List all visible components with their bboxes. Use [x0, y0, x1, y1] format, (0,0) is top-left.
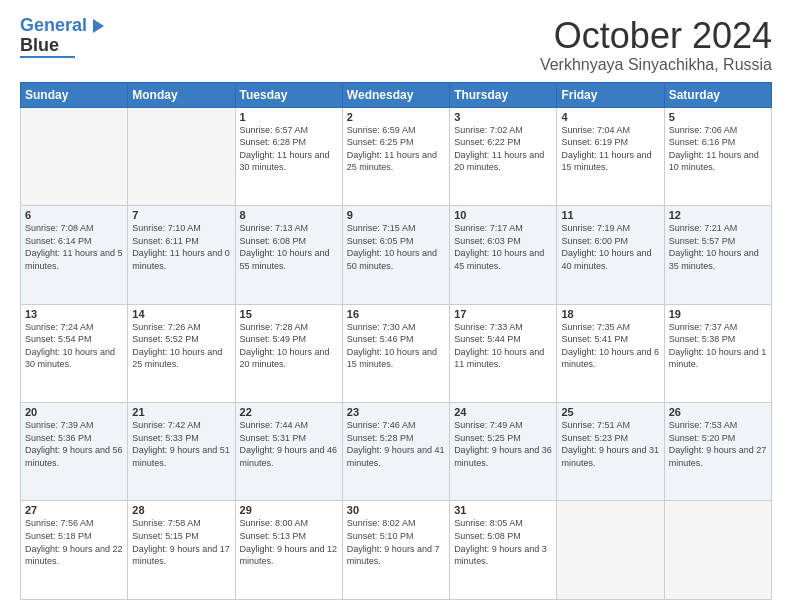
- table-row: 14Sunrise: 7:26 AM Sunset: 5:52 PM Dayli…: [128, 304, 235, 402]
- day-number: 12: [669, 209, 767, 221]
- day-number: 24: [454, 406, 552, 418]
- day-number: 23: [347, 406, 445, 418]
- table-row: 11Sunrise: 7:19 AM Sunset: 6:00 PM Dayli…: [557, 206, 664, 304]
- col-sunday: Sunday: [21, 82, 128, 107]
- location-subtitle: Verkhnyaya Sinyachikha, Russia: [540, 56, 772, 74]
- calendar-week-row: 1Sunrise: 6:57 AM Sunset: 6:28 PM Daylig…: [21, 107, 772, 205]
- table-row: 6Sunrise: 7:08 AM Sunset: 6:14 PM Daylig…: [21, 206, 128, 304]
- calendar-table: Sunday Monday Tuesday Wednesday Thursday…: [20, 82, 772, 600]
- day-number: 16: [347, 308, 445, 320]
- table-row: 26Sunrise: 7:53 AM Sunset: 5:20 PM Dayli…: [664, 403, 771, 501]
- logo-arrow-icon: [93, 19, 104, 33]
- day-info: Sunrise: 7:10 AM Sunset: 6:11 PM Dayligh…: [132, 222, 230, 272]
- day-number: 20: [25, 406, 123, 418]
- table-row: 5Sunrise: 7:06 AM Sunset: 6:16 PM Daylig…: [664, 107, 771, 205]
- table-row: 13Sunrise: 7:24 AM Sunset: 5:54 PM Dayli…: [21, 304, 128, 402]
- table-row: 1Sunrise: 6:57 AM Sunset: 6:28 PM Daylig…: [235, 107, 342, 205]
- calendar-week-row: 27Sunrise: 7:56 AM Sunset: 5:18 PM Dayli…: [21, 501, 772, 600]
- day-info: Sunrise: 7:39 AM Sunset: 5:36 PM Dayligh…: [25, 419, 123, 469]
- table-row: 27Sunrise: 7:56 AM Sunset: 5:18 PM Dayli…: [21, 501, 128, 600]
- col-friday: Friday: [557, 82, 664, 107]
- day-number: 4: [561, 111, 659, 123]
- day-number: 2: [347, 111, 445, 123]
- day-number: 25: [561, 406, 659, 418]
- day-number: 17: [454, 308, 552, 320]
- day-info: Sunrise: 7:42 AM Sunset: 5:33 PM Dayligh…: [132, 419, 230, 469]
- table-row: 2Sunrise: 6:59 AM Sunset: 6:25 PM Daylig…: [342, 107, 449, 205]
- table-row: [21, 107, 128, 205]
- page: General Blue October 2024 Verkhnyaya Sin…: [0, 0, 792, 612]
- table-row: 8Sunrise: 7:13 AM Sunset: 6:08 PM Daylig…: [235, 206, 342, 304]
- day-info: Sunrise: 7:46 AM Sunset: 5:28 PM Dayligh…: [347, 419, 445, 469]
- table-row: 25Sunrise: 7:51 AM Sunset: 5:23 PM Dayli…: [557, 403, 664, 501]
- day-number: 5: [669, 111, 767, 123]
- col-tuesday: Tuesday: [235, 82, 342, 107]
- table-row: [128, 107, 235, 205]
- table-row: 12Sunrise: 7:21 AM Sunset: 5:57 PM Dayli…: [664, 206, 771, 304]
- logo-general: General: [20, 15, 87, 35]
- col-monday: Monday: [128, 82, 235, 107]
- logo-blue: Blue: [20, 36, 59, 54]
- calendar-week-row: 20Sunrise: 7:39 AM Sunset: 5:36 PM Dayli…: [21, 403, 772, 501]
- day-number: 8: [240, 209, 338, 221]
- table-row: 21Sunrise: 7:42 AM Sunset: 5:33 PM Dayli…: [128, 403, 235, 501]
- table-row: 29Sunrise: 8:00 AM Sunset: 5:13 PM Dayli…: [235, 501, 342, 600]
- table-row: 28Sunrise: 7:58 AM Sunset: 5:15 PM Dayli…: [128, 501, 235, 600]
- day-info: Sunrise: 7:06 AM Sunset: 6:16 PM Dayligh…: [669, 124, 767, 174]
- table-row: 24Sunrise: 7:49 AM Sunset: 5:25 PM Dayli…: [450, 403, 557, 501]
- day-number: 10: [454, 209, 552, 221]
- table-row: 30Sunrise: 8:02 AM Sunset: 5:10 PM Dayli…: [342, 501, 449, 600]
- table-row: 3Sunrise: 7:02 AM Sunset: 6:22 PM Daylig…: [450, 107, 557, 205]
- table-row: 4Sunrise: 7:04 AM Sunset: 6:19 PM Daylig…: [557, 107, 664, 205]
- day-number: 27: [25, 504, 123, 516]
- logo: General Blue: [20, 16, 104, 58]
- day-number: 30: [347, 504, 445, 516]
- calendar-header-row: Sunday Monday Tuesday Wednesday Thursday…: [21, 82, 772, 107]
- day-number: 31: [454, 504, 552, 516]
- day-info: Sunrise: 7:58 AM Sunset: 5:15 PM Dayligh…: [132, 517, 230, 567]
- day-info: Sunrise: 7:13 AM Sunset: 6:08 PM Dayligh…: [240, 222, 338, 272]
- col-wednesday: Wednesday: [342, 82, 449, 107]
- day-info: Sunrise: 7:02 AM Sunset: 6:22 PM Dayligh…: [454, 124, 552, 174]
- day-number: 9: [347, 209, 445, 221]
- table-row: 22Sunrise: 7:44 AM Sunset: 5:31 PM Dayli…: [235, 403, 342, 501]
- table-row: [557, 501, 664, 600]
- month-title: October 2024: [540, 16, 772, 56]
- day-number: 1: [240, 111, 338, 123]
- day-info: Sunrise: 7:35 AM Sunset: 5:41 PM Dayligh…: [561, 321, 659, 371]
- day-info: Sunrise: 7:33 AM Sunset: 5:44 PM Dayligh…: [454, 321, 552, 371]
- calendar-week-row: 13Sunrise: 7:24 AM Sunset: 5:54 PM Dayli…: [21, 304, 772, 402]
- day-number: 7: [132, 209, 230, 221]
- day-info: Sunrise: 6:57 AM Sunset: 6:28 PM Dayligh…: [240, 124, 338, 174]
- day-number: 15: [240, 308, 338, 320]
- day-number: 21: [132, 406, 230, 418]
- day-info: Sunrise: 7:26 AM Sunset: 5:52 PM Dayligh…: [132, 321, 230, 371]
- day-number: 29: [240, 504, 338, 516]
- day-number: 3: [454, 111, 552, 123]
- day-number: 28: [132, 504, 230, 516]
- table-row: 31Sunrise: 8:05 AM Sunset: 5:08 PM Dayli…: [450, 501, 557, 600]
- title-section: October 2024 Verkhnyaya Sinyachikha, Rus…: [540, 16, 772, 74]
- day-info: Sunrise: 7:44 AM Sunset: 5:31 PM Dayligh…: [240, 419, 338, 469]
- day-number: 22: [240, 406, 338, 418]
- day-info: Sunrise: 7:15 AM Sunset: 6:05 PM Dayligh…: [347, 222, 445, 272]
- header: General Blue October 2024 Verkhnyaya Sin…: [20, 16, 772, 74]
- day-info: Sunrise: 7:08 AM Sunset: 6:14 PM Dayligh…: [25, 222, 123, 272]
- day-info: Sunrise: 7:17 AM Sunset: 6:03 PM Dayligh…: [454, 222, 552, 272]
- day-info: Sunrise: 7:49 AM Sunset: 5:25 PM Dayligh…: [454, 419, 552, 469]
- table-row: [664, 501, 771, 600]
- col-saturday: Saturday: [664, 82, 771, 107]
- table-row: 15Sunrise: 7:28 AM Sunset: 5:49 PM Dayli…: [235, 304, 342, 402]
- table-row: 16Sunrise: 7:30 AM Sunset: 5:46 PM Dayli…: [342, 304, 449, 402]
- day-info: Sunrise: 8:02 AM Sunset: 5:10 PM Dayligh…: [347, 517, 445, 567]
- day-number: 13: [25, 308, 123, 320]
- day-number: 18: [561, 308, 659, 320]
- day-info: Sunrise: 7:51 AM Sunset: 5:23 PM Dayligh…: [561, 419, 659, 469]
- day-info: Sunrise: 7:37 AM Sunset: 5:38 PM Dayligh…: [669, 321, 767, 371]
- table-row: 9Sunrise: 7:15 AM Sunset: 6:05 PM Daylig…: [342, 206, 449, 304]
- day-number: 11: [561, 209, 659, 221]
- table-row: 18Sunrise: 7:35 AM Sunset: 5:41 PM Dayli…: [557, 304, 664, 402]
- table-row: 10Sunrise: 7:17 AM Sunset: 6:03 PM Dayli…: [450, 206, 557, 304]
- table-row: 20Sunrise: 7:39 AM Sunset: 5:36 PM Dayli…: [21, 403, 128, 501]
- logo-underline: [20, 56, 75, 58]
